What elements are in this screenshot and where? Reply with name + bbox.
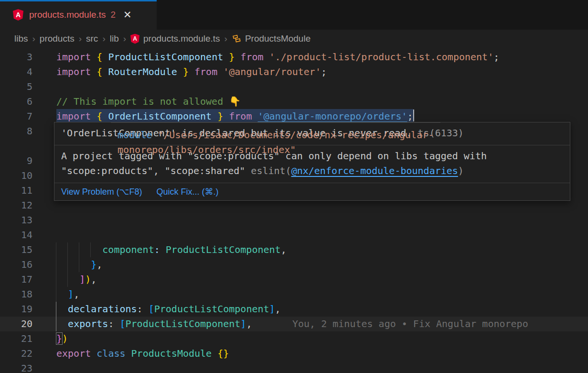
code-line[interactable]: 14 [0,228,588,242]
hover-code-block: module "/Users/isaac/Documents/code/nx-r… [111,122,440,162]
code-line[interactable]: 23 [0,361,588,373]
code-token: ] [79,274,85,285]
code-line[interactable]: 4import { RouterModule } from '@angular/… [0,65,588,79]
code-token: exports [68,318,108,329]
hover-text: "scope:products", "scope:shared" [61,165,251,176]
line-number[interactable]: 23 [0,361,32,373]
code-token: { [96,66,102,77]
code-token [102,66,108,77]
code-token: , [275,303,281,315]
code-token: : [137,303,149,315]
breadcrumb-item-productsmodule[interactable]: ProductsModule [232,33,310,44]
code-token: OrderListComponent [108,110,212,122]
breadcrumb-separator: › [79,33,82,44]
code-token [160,244,166,255]
code-text: ]), [56,272,96,287]
breadcrumb-item-src[interactable]: src [86,33,98,44]
tab-products-module[interactable]: A products.module.ts 2 ✕ [0,0,157,30]
indent-guide [67,242,68,257]
breadcrumb-item-lib[interactable]: lib [110,33,119,44]
code-token: : [108,318,119,329]
code-line[interactable]: 20 exports: [ProductListComponent],You, … [0,317,588,331]
breadcrumb: libs›products›src›lib›Aproducts.module.t… [0,30,588,48]
code-token [56,288,68,300]
breadcrumb-label: lib [110,33,119,44]
code-token: , [91,274,96,285]
module-import-link[interactable]: '@angular-monorepo/orders' [258,110,407,122]
line-number[interactable]: 20 [0,317,32,331]
code-token: ProductListComponent [126,318,241,329]
breadcrumb-item-products[interactable]: products [40,33,75,44]
line-number[interactable]: 6 [0,94,32,109]
git-blame-annotation: You, 2 minutes ago • Fix Angular monorep… [292,317,528,331]
indent-guide [56,287,56,302]
tab-bar: A products.module.ts 2 ✕ [0,0,588,30]
code-token: { [96,51,102,63]
code-line[interactable]: 3import { ProductListComponent } from '.… [0,50,588,65]
eslint-rule-link[interactable]: @nx/enforce-module-boundaries [291,165,458,176]
line-number[interactable]: 18 [0,287,32,302]
line-number[interactable]: 17 [0,272,32,287]
code-text: component: ProductListComponent, [56,242,287,257]
line-number[interactable]: 8 [0,124,32,139]
view-problem-action[interactable]: View Problem (⌥F8) [61,187,142,197]
code-token: from [240,51,263,63]
close-icon[interactable]: ✕ [123,9,132,21]
code-token: [ [119,318,125,329]
code-text: import { RouterModule } from '@angular/r… [56,65,327,79]
code-token: } [229,51,235,63]
code-token [56,259,91,270]
code-line[interactable]: 16 }, [0,257,588,272]
line-number[interactable]: 15 [0,242,32,257]
code-token [56,303,68,315]
quick-fix-action[interactable]: Quick Fix... (⌘.) [156,187,218,197]
line-number[interactable]: 5 [0,79,32,94]
code-token: class [96,348,125,359]
code-editor[interactable]: 3import { ProductListComponent } from '.… [0,48,588,373]
line-number[interactable]: 10 [0,168,32,183]
code-token: ProductsModule [131,348,212,359]
code-token: } [217,110,223,122]
breadcrumb-item-libs[interactable]: libs [14,33,28,44]
line-number[interactable]: 22 [0,346,32,361]
line-number[interactable]: 7 [0,109,32,124]
line-number[interactable]: 16 [0,257,32,272]
line-number[interactable]: 21 [0,331,32,346]
code-line[interactable]: 6// This import is not allowed 👇 [0,94,588,109]
code-line[interactable]: 22export class ProductsModule {} [0,346,588,361]
indent-guide [56,242,56,257]
code-line[interactable]: 5 [0,79,588,94]
code-line[interactable]: 13 [0,213,588,228]
active-tab-indicator [0,0,157,1]
line-number[interactable]: 14 [0,228,32,242]
code-line[interactable]: 19 declarations: [ProductListComponent], [0,302,588,317]
code-token [91,348,96,359]
breadcrumb-label: ProductsModule [245,33,310,44]
line-number[interactable]: 19 [0,302,32,317]
code-line[interactable]: 17 ]), [0,272,588,287]
indent-guide [90,242,91,257]
line-number[interactable]: 11 [0,183,32,198]
line-number[interactable]: 13 [0,213,32,228]
breadcrumb-item-products-module-ts[interactable]: Aproducts.module.ts [130,33,220,44]
code-line[interactable]: 21}) [0,331,588,346]
line-number[interactable]: 9 [0,154,32,168]
code-token: from [229,110,252,122]
line-number[interactable]: 12 [0,198,32,213]
code-text: export class ProductsModule {} [56,346,229,361]
indent-guide [67,272,68,287]
line-number[interactable]: 3 [0,50,32,65]
code-token [189,66,194,77]
active-bracket-guide [56,302,56,331]
line-number[interactable]: 4 [0,65,32,79]
code-line[interactable]: 18 ], [0,287,588,302]
code-token: ProductListComponent [108,51,223,63]
code-line[interactable]: 15 component: ProductListComponent, [0,242,588,257]
code-token: ; [407,110,413,122]
error-hover-popup: 'OrderListComponent' is declared but its… [54,122,570,201]
breadcrumb-label: products [40,33,75,44]
code-text: ], [56,287,79,302]
breadcrumb-separator: › [123,33,126,44]
breadcrumb-label: products.module.ts [143,33,220,44]
code-token [223,51,229,63]
